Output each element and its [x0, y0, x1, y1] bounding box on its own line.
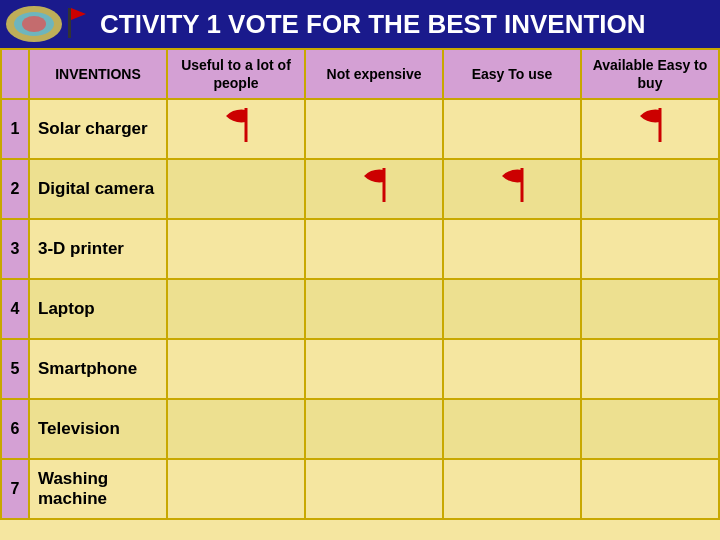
- flag-icon: [632, 106, 668, 152]
- row-number: 5: [1, 339, 29, 399]
- vote-cell[interactable]: [581, 279, 719, 339]
- vote-cell[interactable]: [167, 159, 305, 219]
- svg-rect-3: [68, 8, 71, 38]
- table-row: 5Smartphone: [1, 339, 719, 399]
- inventions-table: INVENTIONS Useful to a lot of people Not…: [0, 48, 720, 520]
- vote-cell[interactable]: [581, 399, 719, 459]
- vote-cell[interactable]: [581, 339, 719, 399]
- col-header-easy-to-use: Easy To use: [443, 49, 581, 99]
- flag-icon: [356, 166, 392, 212]
- vote-cell[interactable]: [443, 279, 581, 339]
- vote-cell[interactable]: [167, 339, 305, 399]
- vote-cell[interactable]: [305, 159, 443, 219]
- flag-icon: [494, 166, 530, 212]
- svg-point-2: [22, 16, 46, 32]
- vote-cell[interactable]: [443, 399, 581, 459]
- invention-name: Smartphone: [29, 339, 167, 399]
- col-header-inventions: INVENTIONS: [29, 49, 167, 99]
- invention-name: 3-D printer: [29, 219, 167, 279]
- vote-cell[interactable]: [305, 339, 443, 399]
- col-header-not-expensive: Not expensive: [305, 49, 443, 99]
- vote-cell[interactable]: [167, 399, 305, 459]
- table-row: 2Digital camera: [1, 159, 719, 219]
- vote-cell[interactable]: [581, 159, 719, 219]
- vote-cell[interactable]: [443, 459, 581, 519]
- vote-cell[interactable]: [581, 219, 719, 279]
- vote-cell[interactable]: [581, 99, 719, 159]
- table-row: 33-D printer: [1, 219, 719, 279]
- row-number: 6: [1, 399, 29, 459]
- vote-cell[interactable]: [305, 399, 443, 459]
- vote-cell[interactable]: [305, 99, 443, 159]
- vote-cell[interactable]: [443, 339, 581, 399]
- header-logo: [4, 2, 94, 46]
- page-header: CTIVITY 1 VOTE FOR THE BEST INVENTION: [0, 0, 720, 48]
- invention-name: Laptop: [29, 279, 167, 339]
- col-header-num: [1, 49, 29, 99]
- vote-cell[interactable]: [443, 219, 581, 279]
- vote-cell[interactable]: [581, 459, 719, 519]
- table-row: 4Laptop: [1, 279, 719, 339]
- row-number: 7: [1, 459, 29, 519]
- table-row: 1Solar charger: [1, 99, 719, 159]
- table-row: 7Washing machine: [1, 459, 719, 519]
- vote-cell[interactable]: [305, 219, 443, 279]
- row-number: 1: [1, 99, 29, 159]
- invention-name: Washing machine: [29, 459, 167, 519]
- flag-icon: [218, 106, 254, 152]
- invention-name: Digital camera: [29, 159, 167, 219]
- row-number: 3: [1, 219, 29, 279]
- vote-cell[interactable]: [305, 279, 443, 339]
- invention-name: Solar charger: [29, 99, 167, 159]
- invention-name: Television: [29, 399, 167, 459]
- vote-cell[interactable]: [167, 459, 305, 519]
- row-number: 2: [1, 159, 29, 219]
- table-row: 6Television: [1, 399, 719, 459]
- vote-cell[interactable]: [443, 99, 581, 159]
- col-header-available: Available Easy to buy: [581, 49, 719, 99]
- vote-cell[interactable]: [305, 459, 443, 519]
- vote-cell[interactable]: [443, 159, 581, 219]
- main-table-container: INVENTIONS Useful to a lot of people Not…: [0, 48, 720, 520]
- svg-marker-4: [71, 8, 86, 20]
- page-title: CTIVITY 1 VOTE FOR THE BEST INVENTION: [100, 9, 646, 40]
- row-number: 4: [1, 279, 29, 339]
- vote-cell[interactable]: [167, 279, 305, 339]
- vote-cell[interactable]: [167, 99, 305, 159]
- col-header-useful: Useful to a lot of people: [167, 49, 305, 99]
- vote-cell[interactable]: [167, 219, 305, 279]
